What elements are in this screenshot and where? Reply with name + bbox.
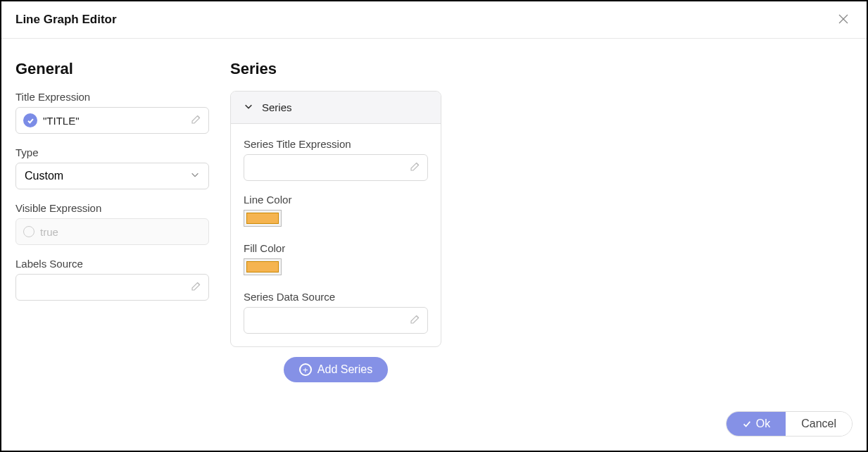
check-icon (23, 113, 37, 127)
add-series-label: Add Series (317, 363, 372, 376)
type-value: Custom (25, 170, 63, 182)
radio-icon (23, 226, 34, 237)
fill-color-swatch[interactable] (244, 258, 282, 275)
series-panel: Series Series Title Expression Line Colo… (230, 91, 441, 347)
edit-icon[interactable] (190, 280, 203, 295)
general-section: General Title Expression "TITLE" Type Cu… (15, 60, 209, 382)
line-color-label: Line Color (244, 194, 428, 206)
series-title-expression-label: Series Title Expression (244, 138, 428, 150)
title-expression-label: Title Expression (15, 91, 209, 103)
general-heading: General (15, 60, 209, 78)
check-icon (742, 419, 752, 429)
labels-source-input[interactable] (15, 274, 209, 301)
series-panel-header[interactable]: Series (231, 92, 441, 124)
title-expression-value: "TITLE" (43, 115, 190, 127)
visible-expression-placeholder: true (40, 226, 203, 238)
cancel-button[interactable]: Cancel (786, 412, 852, 436)
edit-icon[interactable] (409, 160, 422, 175)
series-data-source-label: Series Data Source (244, 291, 428, 303)
cancel-label: Cancel (801, 418, 836, 430)
line-color-value (246, 213, 279, 224)
series-title-expression-input[interactable] (244, 154, 428, 181)
type-label: Type (15, 146, 209, 158)
dialog-header: Line Graph Editor (1, 1, 867, 39)
chevron-down-icon (190, 170, 200, 182)
plus-circle-icon: + (299, 363, 312, 376)
ok-button[interactable]: Ok (727, 412, 786, 436)
series-heading: Series (230, 60, 441, 78)
dialog-title: Line Graph Editor (15, 13, 117, 27)
type-select[interactable]: Custom (15, 163, 209, 189)
visible-expression-label: Visible Expression (15, 202, 209, 214)
series-data-source-input[interactable] (244, 307, 428, 334)
dialog-content: General Title Expression "TITLE" Type Cu… (1, 39, 867, 382)
add-series-row: + Add Series (230, 357, 441, 382)
close-icon[interactable] (834, 11, 853, 28)
title-expression-input[interactable]: "TITLE" (15, 107, 209, 134)
visible-expression-input[interactable]: true (15, 218, 209, 245)
line-color-swatch[interactable] (244, 210, 282, 227)
dialog-footer: Ok Cancel (726, 411, 853, 437)
labels-source-label: Labels Source (15, 258, 209, 270)
edit-icon[interactable] (409, 313, 422, 328)
add-series-button[interactable]: + Add Series (284, 357, 388, 382)
edit-icon[interactable] (190, 113, 203, 128)
series-panel-body: Series Title Expression Line Color Fill … (231, 124, 441, 346)
fill-color-value (246, 261, 279, 272)
ok-label: Ok (756, 418, 770, 430)
series-panel-title: Series (262, 101, 292, 113)
fill-color-label: Fill Color (244, 242, 428, 254)
chevron-down-icon (244, 101, 253, 113)
series-section: Series Series Series Title Expression (230, 60, 441, 382)
